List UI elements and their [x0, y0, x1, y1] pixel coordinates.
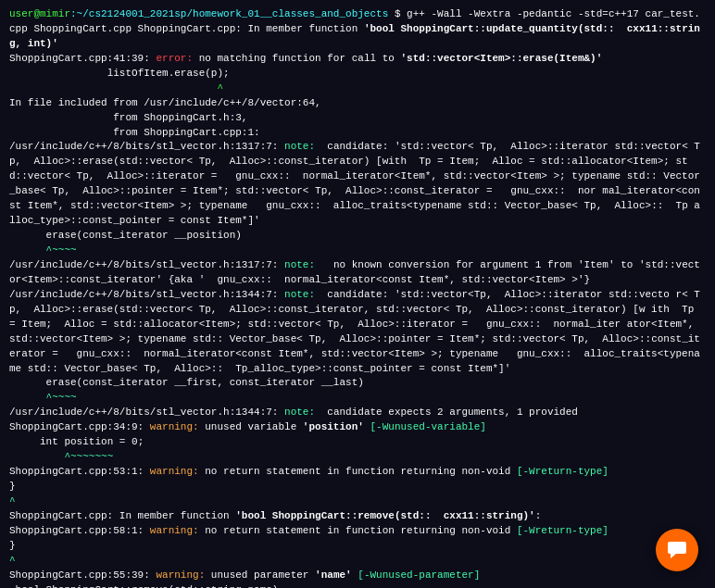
- svg-marker-1: [671, 554, 676, 558]
- terminal-line: }: [9, 480, 706, 494]
- terminal-line: int position = 0;: [9, 435, 706, 450]
- terminal-line: ShoppingCart.cpp: In member function 'bo…: [9, 509, 706, 524]
- terminal-line: bool ShoppingCart::remove(std::string na…: [9, 583, 706, 588]
- terminal-output: user@mimir:~/cs2124001_2021sp/homework_0…: [9, 7, 706, 588]
- chat-support-button[interactable]: [656, 529, 698, 571]
- terminal-line: /usr/include/c++/8/bits/stl_vector.h:134…: [9, 406, 706, 420]
- terminal-line: ShoppingCart.cpp:34:9: warning: unused v…: [9, 420, 706, 435]
- terminal-line: ^: [9, 494, 706, 509]
- terminal-line: ShoppingCart.cpp:55:39: warning: unused …: [9, 569, 706, 583]
- terminal-line: ^~~~~: [9, 244, 706, 258]
- terminal-line: /usr/include/c++/8/bits/stl_vector.h:131…: [9, 258, 706, 288]
- terminal-line: ^~~~~: [9, 391, 706, 406]
- terminal-line: /usr/include/c++/8/bits/stl_vector.h:134…: [9, 288, 706, 377]
- terminal-line: ^~~~~~~~: [9, 450, 706, 465]
- terminal-line: from ShoppingCart.h:3,: [9, 111, 706, 126]
- terminal-line: ShoppingCart.cpp:53:1: warning: no retur…: [9, 465, 706, 480]
- terminal-line: /usr/include/c++/8/bits/stl_vector.h:131…: [9, 140, 706, 229]
- terminal-line: erase(const_iterator __position): [9, 229, 706, 244]
- terminal-line: }: [9, 539, 706, 554]
- terminal-line: ^: [9, 554, 706, 569]
- terminal-line: from ShoppingCart.cpp:1:: [9, 126, 706, 141]
- terminal-line: In file included from /usr/include/c++/8…: [9, 96, 706, 111]
- terminal-line: ShoppingCart.cpp:41:39: error: no matchi…: [9, 52, 706, 67]
- terminal-line: ShoppingCart.cpp:58:1: warning: no retur…: [9, 524, 706, 539]
- terminal-line: erase(const_iterator __first, const_iter…: [9, 376, 706, 391]
- terminal-line: listOfItem.erase(p);: [9, 67, 706, 81]
- chat-icon: [667, 541, 687, 559]
- svg-rect-0: [668, 542, 686, 554]
- terminal-line: ^: [9, 81, 706, 96]
- terminal-line: user@mimir:~/cs2124001_2021sp/homework_0…: [9, 7, 706, 52]
- terminal-window: user@mimir:~/cs2124001_2021sp/homework_0…: [0, 0, 715, 588]
